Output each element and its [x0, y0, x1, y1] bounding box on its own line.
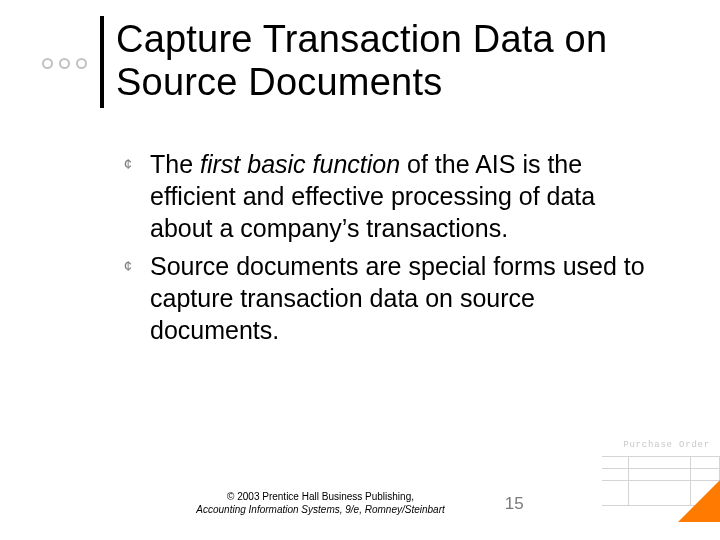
- bullet-post: Source documents are special forms used …: [150, 252, 645, 344]
- bullet-text: The first basic function of the AIS is t…: [150, 148, 650, 244]
- dot-icon: [42, 58, 53, 69]
- slide-body: ¢ The first basic function of the AIS is…: [120, 148, 650, 352]
- bullet-pre: The: [150, 150, 200, 178]
- slide: Capture Transaction Data on Source Docum…: [0, 0, 720, 540]
- bullet-text: Source documents are special forms used …: [150, 250, 650, 346]
- bullet-marker-icon: ¢: [120, 148, 136, 244]
- decorative-dots: [38, 52, 108, 94]
- dot-icon: [59, 58, 70, 69]
- footer-credits: © 2003 Prentice Hall Business Publishing…: [196, 491, 444, 516]
- bullet-item: ¢ Source documents are special forms use…: [120, 250, 650, 346]
- purchase-order-graphic: Purchase Order: [600, 440, 720, 522]
- footer-line1: © 2003 Prentice Hall Business Publishing…: [196, 491, 444, 504]
- dot-row: [42, 58, 108, 69]
- bullet-marker-icon: ¢: [120, 250, 136, 346]
- vertical-divider: [100, 16, 104, 108]
- bullet-item: ¢ The first basic function of the AIS is…: [120, 148, 650, 244]
- purchase-order-label: Purchase Order: [623, 440, 710, 450]
- bullet-emph: first basic function: [200, 150, 400, 178]
- page-curl-icon: [678, 480, 720, 522]
- dot-icon: [76, 58, 87, 69]
- footer-line2: Accounting Information Systems, 9/e, Rom…: [196, 504, 444, 517]
- page-number: 15: [505, 494, 524, 514]
- slide-title: Capture Transaction Data on Source Docum…: [116, 18, 676, 103]
